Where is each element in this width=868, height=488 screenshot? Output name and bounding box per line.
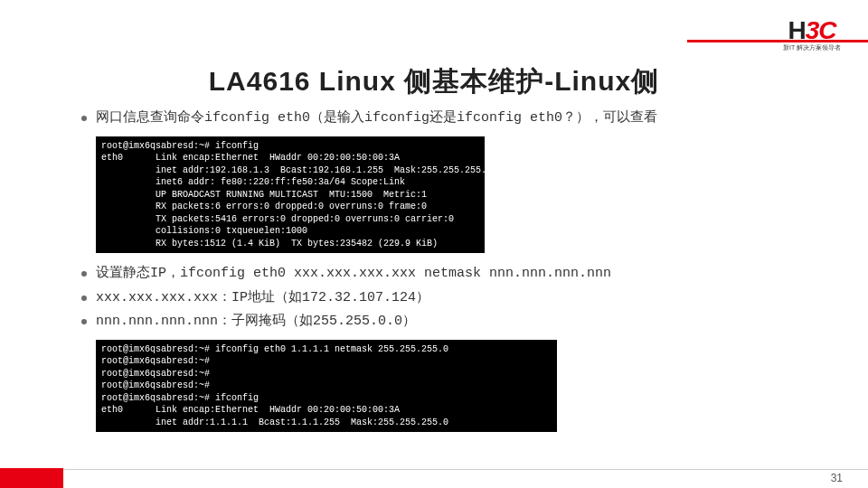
terminal-output-2: root@imx6qsabresd:~# ifconfig eth0 1.1.1… (96, 340, 557, 433)
bullet-dot-icon (81, 319, 87, 324)
bullet-1: 网口信息查询命令ifconfig eth0（是输入ifconfig还是ifcon… (81, 108, 823, 129)
slide-title: LA4616 Linux 侧基本维护-Linux侧 (0, 63, 868, 100)
footer-accent-block (0, 468, 63, 488)
bullet-4-text: nnn.nnn.nnn.nnn：子网掩码（如255.255.0.0） (96, 312, 416, 333)
bullet-2-text: 设置静态IP，ifconfig eth0 xxx.xxx.xxx.xxx net… (96, 264, 611, 285)
bullet-2: 设置静态IP，ifconfig eth0 xxx.xxx.xxx.xxx net… (81, 264, 823, 285)
brand-logo: H3C 新IT 解决方案领导者 (783, 16, 841, 52)
bullet-4: nnn.nnn.nnn.nnn：子网掩码（如255.255.0.0） (81, 312, 823, 333)
page-number: 31 (831, 472, 843, 484)
bullet-3-text: xxx.xxx.xxx.xxx：IP地址（如172.32.107.124） (96, 288, 429, 309)
bullet-dot-icon (81, 296, 87, 301)
header-accent-line (0, 40, 868, 42)
bullet-dot-icon (81, 271, 87, 277)
footer-divider (63, 469, 868, 470)
bullet-3: xxx.xxx.xxx.xxx：IP地址（如172.32.107.124） (81, 288, 823, 309)
bullet-1-text: 网口信息查询命令ifconfig eth0（是输入ifconfig还是ifcon… (96, 108, 657, 129)
logo-tagline: 新IT 解决方案领导者 (783, 43, 841, 52)
slide-content: 网口信息查询命令ifconfig eth0（是输入ifconfig还是ifcon… (81, 108, 823, 443)
bullet-dot-icon (81, 116, 87, 121)
terminal-output-1: root@imx6qsabresd:~# ifconfig eth0 Link … (96, 136, 485, 254)
